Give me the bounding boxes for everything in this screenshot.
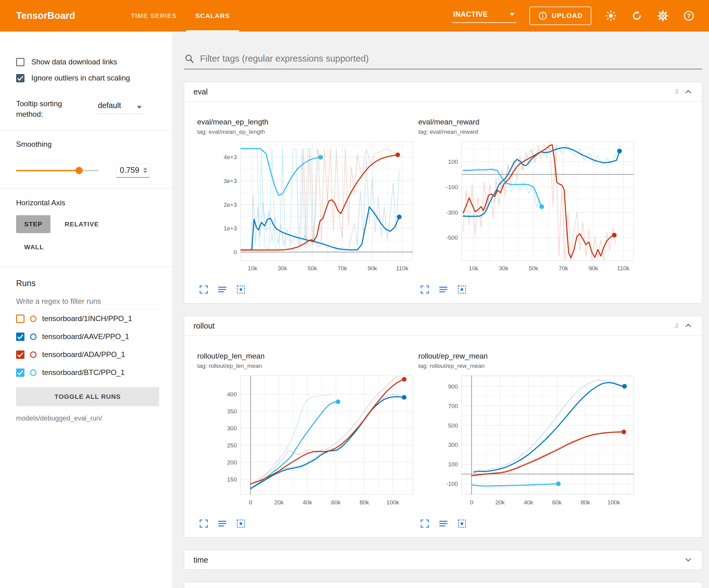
svg-text:10k: 10k <box>469 265 478 272</box>
svg-text:100k: 100k <box>607 499 621 506</box>
runs-title: Runs <box>16 279 160 288</box>
collapse-section-button[interactable] <box>682 85 694 98</box>
data-table-button[interactable] <box>217 285 228 295</box>
data-table-button[interactable] <box>438 285 449 295</box>
run-checkbox <box>16 314 24 323</box>
chart-toolbar <box>418 285 635 295</box>
smoothing-value-input[interactable]: 0.759 <box>116 163 150 178</box>
info-icon <box>538 11 547 21</box>
connection-status-label: INACTIVE <box>453 10 488 19</box>
fit-domain-button[interactable] <box>236 285 246 295</box>
checkbox-icon <box>16 58 24 66</box>
section-title: rollout <box>193 322 215 330</box>
collapse-section-button[interactable] <box>682 319 694 332</box>
upload-label: UPLOAD <box>552 12 583 20</box>
expand-chart-button[interactable] <box>199 285 209 295</box>
help-button[interactable]: ? <box>682 9 695 22</box>
svg-text:200: 200 <box>227 459 237 466</box>
connection-status-dropdown[interactable]: INACTIVE <box>452 9 517 23</box>
slider-thumb[interactable] <box>76 167 83 174</box>
svg-text:0: 0 <box>249 499 252 506</box>
smoothing-slider[interactable] <box>16 170 99 171</box>
expand-chart-button[interactable] <box>199 519 209 529</box>
axis-button-relative[interactable]: RELATIVE <box>57 215 107 233</box>
run-color-circle <box>30 333 36 340</box>
svg-text:30k: 30k <box>499 265 508 272</box>
smoothing-value: 0.759 <box>120 165 139 175</box>
run-label: tensorboard/ADA/PPO_1 <box>42 350 125 359</box>
run-label: tensorboard/BTC/PPO_1 <box>42 368 125 377</box>
svg-text:110k: 110k <box>617 265 629 272</box>
run-checkbox <box>16 368 24 377</box>
line-chart[interactable]: 10k30k50k70k90k110k01e+32e+33e+34e+3 <box>197 138 414 284</box>
fit-domain-button[interactable] <box>236 519 246 529</box>
section-title: eval <box>193 87 208 96</box>
data-table-button[interactable] <box>217 519 228 529</box>
chart-toolbar <box>197 519 414 529</box>
fit-domain-button[interactable] <box>457 285 467 295</box>
line-chart[interactable]: 10k30k50k70k90k110k100-100-300-500 <box>418 138 635 284</box>
svg-text:60k: 60k <box>552 499 562 506</box>
section-header[interactable]: time <box>184 550 702 569</box>
line-chart[interactable]: 020k40k60k80k100k-100100300500700900 <box>418 373 635 518</box>
data-table-button[interactable] <box>438 519 449 529</box>
chart-tag: tag: eval/mean_ep_length <box>197 128 414 135</box>
svg-text:3e+3: 3e+3 <box>224 178 237 184</box>
tooltip-sorting-select[interactable]: default <box>96 99 143 114</box>
upload-button[interactable]: UPLOAD <box>529 6 592 25</box>
svg-text:900: 900 <box>448 383 458 390</box>
tag-filter-input[interactable] <box>200 54 700 64</box>
run-row[interactable]: tensorboard/ADA/PPO_1 <box>16 346 160 363</box>
svg-text:?: ? <box>687 12 691 19</box>
svg-text:90k: 90k <box>368 265 377 272</box>
svg-text:-500: -500 <box>446 234 458 241</box>
tab-scalars[interactable]: SCALARS <box>186 0 239 32</box>
chart-tag: tag: rollout/ep_len_mean <box>197 363 414 369</box>
expand-chart-button[interactable] <box>420 519 430 529</box>
settings-button[interactable] <box>656 9 669 22</box>
svg-text:70k: 70k <box>558 265 568 272</box>
section-eval: eval 2 eval/mean_ep_length tag: eval/mea… <box>184 82 702 303</box>
ignore-outliers-checkbox[interactable]: Ignore outliers in chart scaling <box>16 70 160 86</box>
tag-filter-bar <box>184 32 702 69</box>
app-header: TensorBoard TIME SERIES SCALARS INACTIVE… <box>0 0 709 32</box>
dashboard-main: eval 2 eval/mean_ep_length tag: eval/mea… <box>172 32 709 588</box>
tooltip-sorting-label: Tooltip sorting method: <box>16 99 89 119</box>
svg-text:20k: 20k <box>495 499 505 506</box>
expand-section-button[interactable] <box>682 554 694 566</box>
run-checkbox <box>16 351 24 359</box>
expand-chart-button[interactable] <box>420 285 430 295</box>
spinner-icon[interactable] <box>143 168 147 173</box>
run-row[interactable]: tensorboard/1INCH/PPO_1 <box>16 310 160 328</box>
chart-rollout-ep-rew-mean: rollout/ep_rew_mean tag: rollout/ep_rew_… <box>418 352 635 529</box>
chevron-down-icon <box>509 13 515 16</box>
axis-button-step[interactable]: STEP <box>16 215 50 233</box>
theme-toggle-button[interactable] <box>604 9 618 22</box>
show-download-links-checkbox[interactable]: Show data download links <box>16 54 160 70</box>
line-chart[interactable]: 020k40k60k80k100k150200250300350400 <box>197 373 414 518</box>
header-actions: INACTIVE UPLOAD <box>452 6 695 25</box>
svg-text:-100: -100 <box>446 184 458 190</box>
fit-domain-button[interactable] <box>457 519 467 529</box>
section-header[interactable]: rollout 2 <box>184 316 702 335</box>
svg-text:300: 300 <box>227 425 237 432</box>
chart-title: rollout/ep_rew_mean <box>418 352 635 360</box>
divider <box>0 266 172 267</box>
toggle-all-runs-button[interactable]: TOGGLE ALL RUNS <box>16 387 159 406</box>
run-row[interactable]: tensorboard/AAVE/PPO_1 <box>16 328 160 346</box>
refresh-icon <box>631 10 642 21</box>
axis-button-wall[interactable]: WALL <box>16 238 52 256</box>
svg-text:110k: 110k <box>396 265 409 272</box>
run-row[interactable]: tensorboard/BTC/PPO_1 <box>16 363 160 381</box>
tooltip-sorting-value: default <box>98 101 121 110</box>
svg-text:80k: 80k <box>580 499 590 506</box>
svg-text:100k: 100k <box>386 499 399 506</box>
svg-text:-300: -300 <box>446 209 458 216</box>
run-filter-input[interactable] <box>16 295 160 310</box>
section-header[interactable]: eval 2 <box>184 82 702 101</box>
tab-time-series[interactable]: TIME SERIES <box>122 0 186 32</box>
refresh-button[interactable] <box>630 9 644 22</box>
svg-text:30k: 30k <box>278 265 287 272</box>
slider-fill <box>16 170 79 171</box>
sun-icon <box>605 10 616 21</box>
